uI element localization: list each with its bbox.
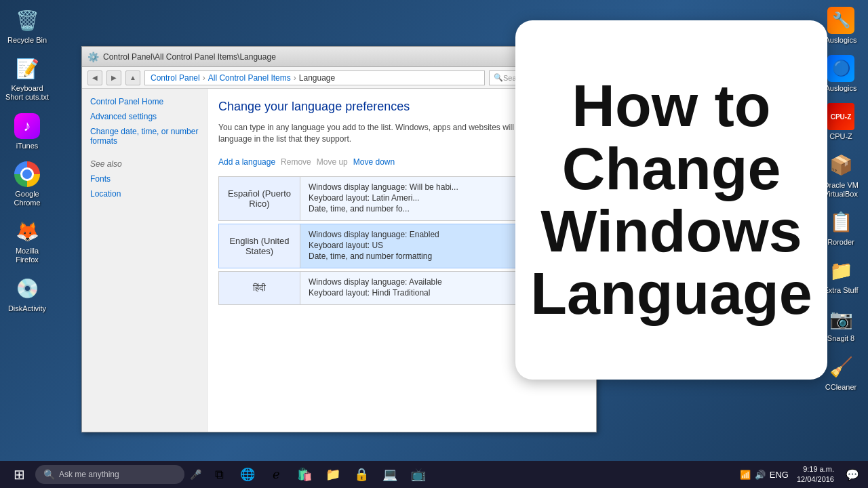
auslogics1-label: Auslogics (825, 36, 856, 45)
volume-icon: 🔊 (755, 470, 766, 480)
path-current: Language (299, 73, 335, 83)
mozilla-firefox-icon[interactable]: 🦊 Mozilla Firefox (3, 218, 51, 264)
extra-stuff-image: 📁 (827, 257, 854, 284)
keyboard-shortcuts-image: 📝 (14, 55, 41, 82)
taskbar-search-icon: 🔍 (43, 469, 55, 480)
taskbar-app-ie[interactable]: 🌐 (235, 462, 260, 487)
recycle-bin-icon[interactable]: 🗑️ Recycle Bin (3, 7, 51, 45)
lang-name-hindi: हिंदी (219, 272, 300, 304)
language-indicator: ENG (770, 470, 789, 480)
google-chrome-image (14, 161, 41, 188)
mozilla-firefox-image: 🦊 (14, 218, 41, 245)
start-button[interactable]: ⊞ (5, 462, 33, 487)
remove-button[interactable]: Remove (281, 156, 311, 168)
taskbar-search-label: Ask me anything (59, 470, 119, 479)
network-icon: 📶 (740, 470, 751, 480)
window-title-icon: ⚙️ (87, 52, 99, 62)
mozilla-firefox-label: Mozilla Firefox (3, 247, 51, 264)
search-icon: 🔍 (494, 73, 503, 82)
add-language-button[interactable]: Add a language (218, 156, 275, 168)
taskbar-app-edge[interactable]: ℯ (264, 462, 288, 487)
taskbar-app-task-view[interactable]: ⧉ (207, 462, 231, 487)
path-control-panel[interactable]: Control Panel (151, 73, 200, 83)
clock-date: 12/04/2016 (797, 474, 834, 485)
extra-stuff-label: Extra Stuff (823, 286, 858, 295)
lang-name-espanol: Español (Puerto Rico) (219, 177, 300, 220)
auslogics2-image: 🔵 (827, 55, 854, 82)
taskbar-mic-icon[interactable]: 🎤 (190, 469, 201, 480)
ccleaner-image: 🧹 (827, 354, 854, 381)
taskbar-app-media[interactable]: 📺 (406, 462, 431, 487)
overlay-line3: Windows (529, 200, 814, 262)
google-chrome-label: Google Chrome (3, 190, 51, 207)
taskbar-app-security[interactable]: 🔒 (349, 462, 374, 487)
sidebar-see-also: See also (90, 159, 199, 169)
window-title-text: Control Panel\All Control Panel Items\La… (103, 52, 535, 62)
cpuz-image: CPU-Z (827, 103, 854, 130)
taskbar-app-icons: ⧉ 🌐 ℯ 🛍️ 📁 🔒 💻 📺 (207, 462, 431, 487)
overlay-line4: Language (529, 262, 814, 325)
path-sep-1: › (203, 73, 205, 83)
keyboard-shortcuts-icon[interactable]: 📝 Keyboard Short cuts.txt (3, 55, 51, 102)
roroder-label: Roroder (827, 238, 854, 247)
sidebar-advanced-link[interactable]: Advanced settings (90, 112, 199, 121)
clock-time: 9:19 a.m. (797, 464, 834, 474)
snagit-image: 📷 (827, 305, 854, 332)
up-button[interactable]: ▲ (125, 70, 140, 85)
system-icons: 📶 🔊 ENG (740, 470, 789, 480)
diskactivity-label: DiskActivity (8, 304, 46, 313)
move-up-button[interactable]: Move up (317, 156, 348, 168)
itunes-icon[interactable]: ♪ iTunes (3, 113, 51, 150)
sidebar: Control Panel Home Advanced settings Cha… (82, 89, 208, 432)
desktop-icons-left: 🗑️ Recycle Bin 📝 Keyboard Short cuts.txt… (0, 0, 54, 320)
overlay-line2: Change (529, 138, 814, 200)
recycle-bin-label: Recycle Bin (7, 36, 47, 45)
address-path[interactable]: Control Panel › All Control Panel Items … (144, 70, 485, 85)
auslogics2-label: Auslogics (825, 84, 856, 93)
overlay-line1: How to (529, 75, 814, 137)
back-button[interactable]: ◀ (87, 70, 102, 85)
diskactivity-image: 💿 (14, 275, 41, 302)
google-chrome-icon[interactable]: Google Chrome (3, 161, 51, 207)
move-down-button[interactable]: Move down (353, 156, 395, 168)
overlay-container: How to Change Windows Language (515, 20, 827, 380)
diskactivity-icon[interactable]: 💿 DiskActivity (3, 275, 51, 313)
taskbar-app-remote[interactable]: 💻 (378, 462, 402, 487)
taskbar-app-store[interactable]: 🛍️ (292, 462, 317, 487)
roroder-image: 📋 (827, 209, 854, 236)
itunes-label: iTunes (16, 142, 39, 150)
oracle-vm-image: 📦 (827, 152, 854, 179)
sidebar-datetime-link[interactable]: Change date, time, or number formats (90, 127, 199, 146)
lang-name-english: English (United States) (219, 224, 300, 268)
cpuz-label: CPU-Z (829, 132, 852, 141)
path-all-items[interactable]: All Control Panel Items (208, 73, 291, 83)
itunes-image: ♪ (14, 113, 41, 140)
taskbar-clock[interactable]: 9:19 a.m. 12/04/2016 (791, 464, 840, 485)
auslogics1-image: 🔧 (827, 7, 854, 34)
taskbar-system-tray: 📶 🔊 ENG (740, 470, 789, 480)
forward-button[interactable]: ▶ (106, 70, 121, 85)
sidebar-fonts-link[interactable]: Fonts (90, 174, 199, 184)
desktop: 🗑️ Recycle Bin 📝 Keyboard Short cuts.txt… (0, 0, 868, 488)
taskbar: ⊞ 🔍 Ask me anything 🎤 ⧉ 🌐 ℯ 🛍️ 📁 🔒 💻 📺 📶… (0, 461, 868, 488)
notification-button[interactable]: 💬 (842, 462, 863, 487)
recycle-bin-image: 🗑️ (14, 7, 41, 34)
taskbar-app-explorer[interactable]: 📁 (321, 462, 345, 487)
path-sep-2: › (294, 73, 296, 83)
sidebar-home-link[interactable]: Control Panel Home (90, 97, 199, 106)
ccleaner-label: CCleaner (825, 383, 856, 392)
snagit-label: Snagit 8 (827, 334, 854, 343)
taskbar-search-box[interactable]: 🔍 Ask me anything (35, 465, 184, 484)
sidebar-location-link[interactable]: Location (90, 189, 199, 199)
keyboard-shortcuts-label: Keyboard Short cuts.txt (3, 84, 51, 102)
